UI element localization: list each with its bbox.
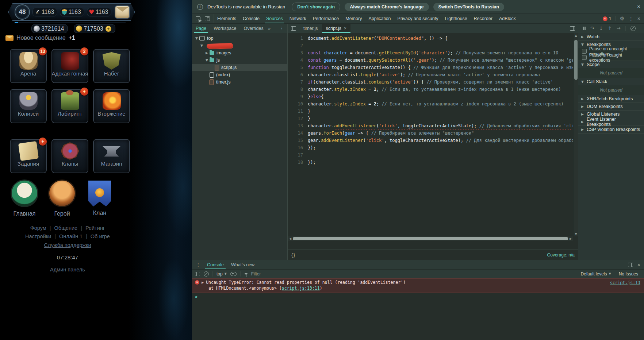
menu-tile[interactable]: Кланы — [52, 140, 88, 173]
scrollbar-thumb[interactable] — [293, 237, 568, 240]
expand-arrow-icon[interactable]: ▶ — [202, 281, 204, 284]
tab-console[interactable]: Console — [239, 14, 263, 23]
drawer-panel-icon[interactable] — [628, 263, 633, 267]
menu-tile[interactable]: Адская гончая2 — [52, 50, 88, 82]
menu-tile[interactable]: Магазин — [94, 140, 129, 173]
mail-button[interactable] — [115, 6, 129, 18]
device-toolbar-icon[interactable] — [205, 16, 210, 21]
settings-gear-icon[interactable]: ⚙ — [620, 15, 624, 22]
expander-icon[interactable]: ▼ — [194, 36, 199, 40]
step-out-icon[interactable]: ↑ — [608, 26, 612, 31]
footer-link[interactable]: Форум — [30, 225, 46, 231]
line-number[interactable]: 3 — [288, 49, 308, 57]
notification-close-icon[interactable]: × — [637, 3, 640, 9]
tab-performance[interactable]: Performance — [310, 14, 342, 23]
new-message-notice[interactable]: Новое сообщение +1 — [5, 35, 75, 41]
drawer-menu-icon[interactable]: ⋮ — [192, 260, 203, 269]
drawer-tab-console[interactable]: Console — [203, 260, 227, 269]
coverage-status[interactable]: Coverage: n/a — [547, 252, 575, 258]
line-number[interactable]: 8 — [288, 86, 308, 93]
tab-memory[interactable]: Memory — [342, 14, 365, 23]
tab-network[interactable]: Network — [286, 14, 310, 23]
devtools-menu-icon[interactable]: ⋮ — [629, 16, 633, 22]
tab-elements[interactable]: Elements — [214, 14, 239, 23]
tree-item-top[interactable]: ▼top — [192, 35, 287, 42]
scroll-right-icon[interactable]: ▶ — [568, 237, 573, 240]
scrollbar-thumb[interactable] — [574, 40, 578, 80]
line-number[interactable]: 4 — [288, 57, 308, 64]
line-number[interactable]: 2 — [288, 42, 308, 49]
tab-application[interactable]: Application — [365, 14, 394, 23]
menu-tile[interactable]: Задания+ — [11, 140, 46, 173]
section-header[interactable]: ▶Watch — [578, 33, 644, 40]
inspect-element-icon[interactable] — [196, 16, 200, 21]
admin-panel-link[interactable]: Админ панель — [0, 267, 135, 273]
drawer-tab-what-s-new[interactable]: What's new — [227, 260, 258, 269]
filter-input[interactable] — [250, 271, 577, 277]
error-source-link[interactable]: script.js:13 — [610, 280, 640, 285]
line-number[interactable]: 6 — [288, 71, 308, 78]
tab-privacy-and-security[interactable]: Privacy and security — [394, 14, 442, 23]
tree-item-timer.js[interactable]: timer.js — [192, 78, 287, 86]
close-tab-icon[interactable]: × — [344, 26, 346, 31]
expander-icon[interactable]: ▶ — [204, 51, 209, 55]
section-header[interactable]: ▶CSP Violation Breakpoints — [578, 126, 644, 133]
switch-russian-button[interactable]: Switch DevTools to Russian — [433, 3, 504, 11]
nav-item[interactable]: Клан — [83, 179, 116, 217]
expander-icon[interactable]: ▼ — [199, 44, 204, 47]
line-number[interactable]: 9 — [288, 93, 308, 100]
navigator-tab-overrides[interactable]: Overrides — [240, 24, 267, 33]
footer-link[interactable]: Настройки — [25, 233, 51, 239]
navigator-tab-workspace[interactable]: Workspace — [210, 24, 240, 33]
line-number[interactable]: 16 — [288, 144, 308, 151]
footer-link[interactable]: Об игре — [91, 233, 110, 239]
pretty-print-icon[interactable]: {} — [291, 252, 296, 258]
line-number[interactable]: 13 — [288, 122, 308, 130]
console-sidebar-icon[interactable] — [195, 272, 200, 276]
navigator-tab-page[interactable]: Page — [192, 24, 210, 33]
checkbox[interactable] — [582, 55, 587, 60]
step-icon[interactable]: → — [617, 26, 621, 31]
section-header[interactable]: ▼Call Stack — [578, 78, 644, 85]
tab-lighthouse[interactable]: Lighthouse — [441, 14, 470, 23]
execution-context-selector[interactable]: top ▼ — [216, 271, 227, 277]
line-number[interactable]: 15 — [288, 137, 308, 144]
deactivate-breakpoints-icon[interactable] — [630, 26, 636, 31]
player-level[interactable]: 48 — [15, 4, 30, 20]
line-number[interactable]: 12 — [288, 115, 308, 122]
footer-link[interactable]: Общение — [54, 225, 78, 231]
line-number[interactable]: 18 — [288, 159, 308, 166]
tab-sources[interactable]: Sources — [263, 14, 286, 23]
add-currency-button[interactable]: + — [106, 26, 111, 32]
log-levels-selector[interactable]: Default levels ▼ — [580, 271, 611, 277]
pause-icon[interactable] — [583, 27, 586, 30]
editor-horizontal-scrollbar[interactable]: ◀ ▶ — [288, 236, 573, 241]
footer-link[interactable]: Рейтинг — [85, 225, 105, 231]
console-prompt[interactable]: > — [192, 293, 644, 301]
toggle-navigator-icon[interactable] — [288, 24, 299, 33]
nav-item[interactable]: Главная — [8, 179, 41, 217]
scroll-left-icon[interactable]: ◀ — [288, 237, 293, 240]
tree-item-images[interactable]: ▶images — [192, 49, 287, 57]
tree-item-index[interactable]: (index) — [192, 71, 287, 78]
drawer-close-icon[interactable]: × — [637, 262, 640, 268]
footer-link[interactable]: Онлайн 1 — [59, 233, 83, 239]
tab-adblock[interactable]: AdBlock — [496, 14, 519, 23]
line-number[interactable]: 1 — [288, 35, 308, 42]
section-header[interactable]: ▶Event Listener Breakpoints — [578, 118, 644, 125]
step-over-icon[interactable]: ↷ — [590, 26, 594, 31]
expander-icon[interactable]: ▼ — [204, 58, 209, 62]
tree-item-script.js[interactable]: script.js — [192, 64, 287, 71]
menu-tile[interactable]: Набег — [94, 50, 129, 82]
editor-vertical-scrollbar[interactable]: ▲ ▼ — [573, 33, 578, 236]
menu-tile[interactable]: Колизей — [11, 90, 46, 123]
live-expression-icon[interactable] — [230, 272, 237, 276]
tree-item[interactable]: ▼ — [192, 42, 287, 49]
tree-item-js[interactable]: ▼js — [192, 57, 287, 64]
error-count-badge[interactable]: × 1 — [603, 16, 612, 21]
navigator-menu-icon[interactable]: ⋮ — [276, 24, 287, 33]
line-number[interactable]: 5 — [288, 64, 308, 71]
step-into-icon[interactable]: ↓ — [599, 26, 603, 31]
section-header[interactable]: ▶DOM Breakpoints — [578, 103, 644, 110]
editor-tab-timer.js[interactable]: timer.js — [299, 24, 322, 33]
